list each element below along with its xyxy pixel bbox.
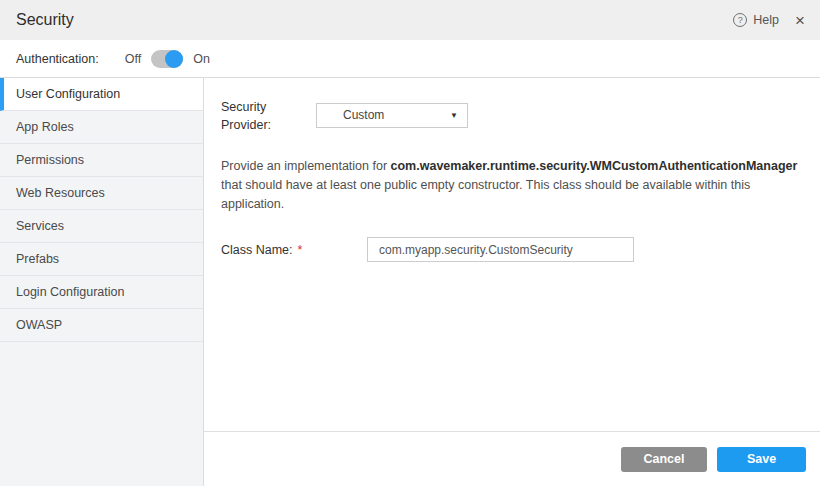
page-title: Security — [16, 11, 74, 29]
authentication-toggle[interactable] — [151, 50, 183, 68]
close-icon[interactable]: × — [795, 12, 805, 29]
authentication-row: Authentication: Off On — [0, 40, 820, 78]
sidebar-item-services[interactable]: Services — [0, 210, 203, 243]
description-text-after: that should have at least one public emp… — [221, 178, 750, 211]
required-asterisk: * — [298, 243, 303, 257]
sidebar-item-user-configuration[interactable]: User Configuration — [0, 78, 203, 111]
security-provider-selected-value: Custom — [343, 108, 384, 122]
sidebar: User Configuration App Roles Permissions… — [0, 78, 204, 486]
content-area: User Configuration App Roles Permissions… — [0, 78, 820, 486]
user-configuration-form: Security Provider: Custom ▼ Provide an i… — [204, 78, 820, 431]
sidebar-item-permissions[interactable]: Permissions — [0, 144, 203, 177]
sidebar-item-web-resources[interactable]: Web Resources — [0, 177, 203, 210]
page-header: Security ? Help × — [0, 0, 820, 40]
class-name-label: Class Name: — [221, 243, 293, 257]
help-icon[interactable]: ? — [733, 13, 747, 27]
class-name-row: Class Name: * — [221, 237, 802, 262]
authentication-label: Authentication: — [16, 52, 99, 66]
description-class-name: com.wavemaker.runtime.security.WMCustomA… — [391, 159, 798, 173]
security-provider-row: Security Provider: Custom ▼ — [221, 97, 802, 133]
sidebar-item-prefabs[interactable]: Prefabs — [0, 243, 203, 276]
sidebar-item-owasp[interactable]: OWASP — [0, 309, 203, 342]
toggle-off-label: Off — [125, 52, 141, 66]
main-panel: Security Provider: Custom ▼ Provide an i… — [204, 78, 820, 486]
class-name-label-box: Class Name: * — [221, 243, 367, 257]
chevron-down-icon: ▼ — [450, 111, 458, 120]
security-provider-label-box: Security Provider: — [221, 97, 316, 133]
security-provider-label: Security Provider: — [221, 100, 271, 132]
security-provider-select[interactable]: Custom ▼ — [316, 103, 468, 128]
toggle-on-label: On — [193, 52, 210, 66]
toggle-knob — [165, 50, 183, 68]
sidebar-item-app-roles[interactable]: App Roles — [0, 111, 203, 144]
save-button[interactable]: Save — [717, 447, 806, 472]
description-text-before: Provide an implementation for — [221, 159, 391, 173]
form-footer: Cancel Save — [204, 431, 820, 486]
help-link[interactable]: Help — [753, 13, 779, 27]
class-name-input[interactable] — [367, 237, 634, 262]
sidebar-item-login-configuration[interactable]: Login Configuration — [0, 276, 203, 309]
header-actions: ? Help × — [733, 12, 805, 29]
cancel-button[interactable]: Cancel — [621, 447, 707, 472]
provider-description: Provide an implementation for com.wavema… — [221, 157, 802, 214]
